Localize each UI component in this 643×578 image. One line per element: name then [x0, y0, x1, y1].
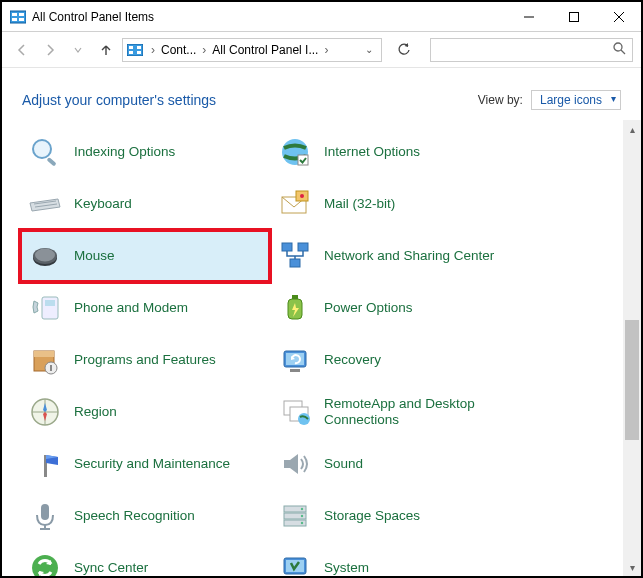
page-heading: Adjust your computer's settings	[22, 92, 216, 108]
item-label: Security and Maintenance	[74, 456, 230, 472]
item-label: Internet Options	[324, 144, 420, 160]
chevron-right-icon[interactable]: ›	[320, 43, 332, 57]
viewby-select[interactable]: Large icons	[531, 90, 621, 110]
control-panel-icon	[10, 9, 26, 25]
item-indexing-options[interactable]: Indexing Options	[20, 126, 270, 178]
svg-line-15	[621, 50, 625, 54]
item-label: Keyboard	[74, 196, 132, 212]
item-storage-spaces[interactable]: Storage Spaces	[270, 490, 520, 542]
item-keyboard[interactable]: Keyboard	[20, 178, 270, 230]
item-power-options[interactable]: Power Options	[270, 282, 520, 334]
svg-rect-6	[569, 12, 578, 21]
recent-down-button[interactable]	[66, 38, 90, 62]
svg-rect-17	[46, 157, 56, 166]
storage-spaces-icon	[278, 499, 312, 533]
svg-rect-0	[10, 11, 26, 23]
svg-rect-2	[19, 13, 24, 16]
control-panel-icon	[127, 44, 143, 56]
svg-point-27	[35, 249, 55, 262]
breadcrumb-seg-2[interactable]: All Control Panel I...	[210, 43, 320, 57]
chevron-right-icon[interactable]: ›	[198, 43, 210, 57]
item-label: Indexing Options	[74, 144, 175, 160]
item-label: Programs and Features	[74, 352, 216, 368]
scroll-thumb[interactable]	[625, 320, 639, 440]
keyboard-icon	[28, 187, 62, 221]
svg-rect-29	[298, 243, 308, 251]
remoteapp-icon	[278, 395, 312, 429]
scroll-up-arrow[interactable]: ▴	[623, 120, 641, 138]
item-programs-features[interactable]: Programs and Features	[20, 334, 270, 386]
svg-rect-13	[137, 51, 141, 54]
item-system[interactable]: System	[270, 542, 520, 576]
svg-rect-3	[12, 18, 17, 21]
breadcrumb-seg-1[interactable]: Cont...	[159, 43, 198, 57]
forward-button[interactable]	[38, 38, 62, 62]
item-region[interactable]: Region	[20, 386, 270, 438]
sound-icon	[278, 447, 312, 481]
vertical-scrollbar[interactable]: ▴ ▾	[623, 120, 641, 576]
search-box[interactable]	[430, 38, 633, 62]
svg-rect-11	[137, 46, 141, 49]
item-mouse[interactable]: Mouse	[20, 230, 270, 282]
breadcrumb[interactable]: › Cont... › All Control Panel I... › ⌄	[122, 38, 382, 62]
item-label: Mail (32-bit)	[324, 196, 395, 212]
item-mail[interactable]: Mail (32-bit)	[270, 178, 520, 230]
svg-rect-4	[19, 18, 24, 21]
svg-point-47	[298, 413, 310, 425]
item-label: Mouse	[74, 248, 115, 264]
item-sync-center[interactable]: Sync Center	[20, 542, 270, 576]
item-network-sharing[interactable]: Network and Sharing Center	[270, 230, 520, 282]
item-internet-options[interactable]: Internet Options	[270, 126, 520, 178]
breadcrumb-dropdown[interactable]: ⌄	[361, 44, 377, 55]
svg-rect-10	[129, 46, 133, 49]
svg-point-57	[301, 522, 303, 524]
security-icon	[28, 447, 62, 481]
item-label: Storage Spaces	[324, 508, 420, 524]
sync-center-icon	[28, 551, 62, 576]
item-recovery[interactable]: Recovery	[270, 334, 520, 386]
svg-rect-19	[298, 155, 308, 165]
speech-icon	[28, 499, 62, 533]
svg-point-58	[32, 555, 58, 576]
item-phone-modem[interactable]: Phone and Modem	[20, 282, 270, 334]
search-input[interactable]	[437, 43, 613, 57]
item-label: Network and Sharing Center	[324, 248, 494, 264]
svg-rect-28	[282, 243, 292, 251]
indexing-options-icon	[28, 135, 62, 169]
svg-rect-41	[290, 369, 300, 372]
scroll-down-arrow[interactable]: ▾	[623, 558, 641, 576]
svg-point-14	[614, 43, 622, 51]
svg-rect-32	[45, 300, 55, 306]
svg-point-24	[300, 194, 304, 198]
content-area: Indexing Options Internet Options Keyboa…	[2, 120, 641, 576]
item-speech-recognition[interactable]: Speech Recognition	[20, 490, 270, 542]
power-options-icon	[278, 291, 312, 325]
phone-modem-icon	[28, 291, 62, 325]
item-remoteapp[interactable]: RemoteApp and Desktop Connections	[270, 386, 520, 438]
item-label: System	[324, 560, 369, 576]
refresh-button[interactable]	[392, 38, 416, 62]
item-sound[interactable]: Sound	[270, 438, 520, 490]
item-label: Region	[74, 404, 117, 420]
item-label: Sync Center	[74, 560, 148, 576]
nav-row: › Cont... › All Control Panel I... › ⌄	[2, 32, 641, 68]
svg-rect-34	[292, 295, 298, 299]
item-label: Power Options	[324, 300, 413, 316]
close-button[interactable]	[596, 2, 641, 32]
svg-point-16	[33, 140, 51, 158]
item-label: RemoteApp and Desktop Connections	[324, 396, 512, 427]
search-icon[interactable]	[613, 42, 626, 58]
minimize-button[interactable]	[506, 2, 551, 32]
mouse-icon	[28, 239, 62, 273]
item-label: Recovery	[324, 352, 381, 368]
system-icon	[278, 551, 312, 576]
item-security-maintenance[interactable]: Security and Maintenance	[20, 438, 270, 490]
up-button[interactable]	[94, 38, 118, 62]
recovery-icon	[278, 343, 312, 377]
svg-point-56	[301, 515, 303, 517]
svg-point-55	[301, 508, 303, 510]
chevron-right-icon[interactable]: ›	[147, 43, 159, 57]
back-button[interactable]	[10, 38, 34, 62]
item-label: Sound	[324, 456, 363, 472]
maximize-button[interactable]	[551, 2, 596, 32]
